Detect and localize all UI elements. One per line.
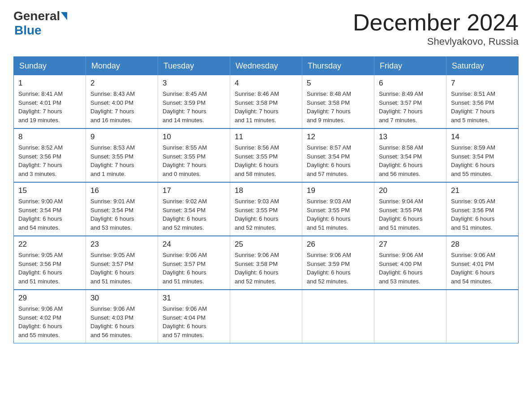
- calendar-cell: 11Sunrise: 8:56 AMSunset: 3:55 PMDayligh…: [230, 128, 302, 182]
- day-info: Sunrise: 9:03 AMSunset: 3:55 PMDaylight:…: [307, 197, 369, 232]
- calendar-cell: 14Sunrise: 8:59 AMSunset: 3:54 PMDayligh…: [446, 128, 519, 182]
- day-number: 26: [307, 240, 369, 249]
- day-info: Sunrise: 9:06 AMSunset: 3:57 PMDaylight:…: [163, 251, 225, 286]
- logo-blue-text: Blue: [14, 23, 42, 38]
- day-number: 15: [18, 186, 81, 195]
- day-info: Sunrise: 8:43 AMSunset: 4:00 PMDaylight:…: [90, 90, 153, 124]
- day-number: 2: [90, 79, 153, 88]
- calendar-cell: 8Sunrise: 8:52 AMSunset: 3:56 PMDaylight…: [14, 128, 86, 182]
- day-number: 31: [163, 294, 225, 303]
- day-number: 9: [90, 133, 153, 141]
- day-info: Sunrise: 8:46 AMSunset: 3:58 PMDaylight:…: [235, 90, 297, 124]
- day-number: 5: [307, 79, 369, 88]
- month-title: December 2024: [353, 9, 519, 36]
- day-number: 7: [451, 79, 514, 88]
- day-info: Sunrise: 8:57 AMSunset: 3:54 PMDaylight:…: [307, 143, 369, 178]
- day-number: 18: [235, 186, 297, 195]
- calendar-cell: 6Sunrise: 8:49 AMSunset: 3:57 PMDaylight…: [374, 75, 446, 128]
- day-number: 14: [451, 133, 514, 141]
- title-section: December 2024 Shevlyakovo, Russia: [353, 9, 519, 47]
- calendar-cell: 15Sunrise: 9:00 AMSunset: 3:54 PMDayligh…: [14, 182, 86, 236]
- day-info: Sunrise: 9:06 AMSunset: 4:03 PMDaylight:…: [90, 304, 153, 339]
- calendar-cell: 9Sunrise: 8:53 AMSunset: 3:55 PMDaylight…: [86, 128, 158, 182]
- day-info: Sunrise: 8:45 AMSunset: 3:59 PMDaylight:…: [163, 90, 225, 124]
- weekday-header-saturday: Saturday: [446, 57, 519, 76]
- day-number: 12: [307, 133, 369, 141]
- day-info: Sunrise: 9:06 AMSunset: 4:00 PMDaylight:…: [379, 251, 442, 286]
- logo-general-text: General: [13, 9, 60, 23]
- weekday-header-tuesday: Tuesday: [158, 57, 230, 76]
- day-info: Sunrise: 8:58 AMSunset: 3:54 PMDaylight:…: [379, 143, 442, 178]
- calendar-cell: 22Sunrise: 9:05 AMSunset: 3:56 PMDayligh…: [14, 236, 86, 290]
- calendar-cell: [302, 290, 374, 343]
- location-subtitle: Shevlyakovo, Russia: [353, 36, 519, 47]
- calendar-week-1: 1Sunrise: 8:41 AMSunset: 4:01 PMDaylight…: [14, 75, 519, 128]
- calendar-cell: 23Sunrise: 9:05 AMSunset: 3:57 PMDayligh…: [86, 236, 158, 290]
- calendar-week-4: 22Sunrise: 9:05 AMSunset: 3:56 PMDayligh…: [14, 236, 519, 290]
- calendar-week-2: 8Sunrise: 8:52 AMSunset: 3:56 PMDaylight…: [14, 128, 519, 182]
- day-number: 16: [90, 186, 153, 195]
- calendar-cell: [374, 290, 446, 343]
- calendar-cell: 5Sunrise: 8:48 AMSunset: 3:58 PMDaylight…: [302, 75, 374, 128]
- day-info: Sunrise: 8:59 AMSunset: 3:54 PMDaylight:…: [451, 143, 514, 178]
- calendar-cell: 26Sunrise: 9:06 AMSunset: 3:59 PMDayligh…: [302, 236, 374, 290]
- page-header: General Blue December 2024 Shevlyakovo, …: [13, 9, 519, 47]
- calendar-cell: 31Sunrise: 9:06 AMSunset: 4:04 PMDayligh…: [158, 290, 230, 343]
- calendar-week-3: 15Sunrise: 9:00 AMSunset: 3:54 PMDayligh…: [14, 182, 519, 236]
- calendar-cell: [230, 290, 302, 343]
- logo-arrow-icon: [61, 12, 67, 20]
- day-info: Sunrise: 8:53 AMSunset: 3:55 PMDaylight:…: [90, 143, 153, 178]
- day-number: 29: [18, 294, 81, 303]
- logo: General Blue: [13, 9, 68, 38]
- day-info: Sunrise: 9:01 AMSunset: 3:54 PMDaylight:…: [90, 197, 153, 232]
- calendar-cell: 1Sunrise: 8:41 AMSunset: 4:01 PMDaylight…: [14, 75, 86, 128]
- day-number: 19: [307, 186, 369, 195]
- calendar-cell: 17Sunrise: 9:02 AMSunset: 3:54 PMDayligh…: [158, 182, 230, 236]
- day-number: 24: [163, 240, 225, 249]
- calendar-cell: 25Sunrise: 9:06 AMSunset: 3:58 PMDayligh…: [230, 236, 302, 290]
- calendar-cell: 7Sunrise: 8:51 AMSunset: 3:56 PMDaylight…: [446, 75, 519, 128]
- day-info: Sunrise: 9:00 AMSunset: 3:54 PMDaylight:…: [18, 197, 81, 232]
- day-number: 25: [235, 240, 297, 249]
- day-info: Sunrise: 8:48 AMSunset: 3:58 PMDaylight:…: [307, 90, 369, 124]
- weekday-header-monday: Monday: [86, 57, 158, 76]
- day-info: Sunrise: 9:05 AMSunset: 3:56 PMDaylight:…: [451, 197, 514, 232]
- day-number: 10: [163, 133, 225, 141]
- day-info: Sunrise: 9:06 AMSunset: 3:59 PMDaylight:…: [307, 251, 369, 286]
- weekday-header-sunday: Sunday: [14, 57, 86, 76]
- calendar-week-5: 29Sunrise: 9:06 AMSunset: 4:02 PMDayligh…: [14, 290, 519, 343]
- day-number: 28: [451, 240, 514, 249]
- calendar-cell: 12Sunrise: 8:57 AMSunset: 3:54 PMDayligh…: [302, 128, 374, 182]
- day-number: 21: [451, 186, 514, 195]
- calendar-cell: 18Sunrise: 9:03 AMSunset: 3:55 PMDayligh…: [230, 182, 302, 236]
- day-number: 11: [235, 133, 297, 141]
- day-info: Sunrise: 9:06 AMSunset: 4:04 PMDaylight:…: [163, 304, 225, 339]
- day-number: 27: [379, 240, 442, 249]
- day-number: 4: [235, 79, 297, 88]
- day-info: Sunrise: 8:55 AMSunset: 3:55 PMDaylight:…: [163, 143, 225, 178]
- calendar-cell: 19Sunrise: 9:03 AMSunset: 3:55 PMDayligh…: [302, 182, 374, 236]
- day-info: Sunrise: 9:06 AMSunset: 4:01 PMDaylight:…: [451, 251, 514, 286]
- calendar-body: 1Sunrise: 8:41 AMSunset: 4:01 PMDaylight…: [14, 75, 519, 343]
- day-number: 3: [163, 79, 225, 88]
- calendar-cell: 28Sunrise: 9:06 AMSunset: 4:01 PMDayligh…: [446, 236, 519, 290]
- calendar-cell: 13Sunrise: 8:58 AMSunset: 3:54 PMDayligh…: [374, 128, 446, 182]
- day-info: Sunrise: 8:51 AMSunset: 3:56 PMDaylight:…: [451, 90, 514, 124]
- calendar-cell: 10Sunrise: 8:55 AMSunset: 3:55 PMDayligh…: [158, 128, 230, 182]
- calendar-table: SundayMondayTuesdayWednesdayThursdayFrid…: [13, 56, 519, 343]
- day-number: 6: [379, 79, 442, 88]
- day-number: 8: [18, 133, 81, 141]
- weekday-header-friday: Friday: [374, 57, 446, 76]
- weekday-header-wednesday: Wednesday: [230, 57, 302, 76]
- calendar-cell: 24Sunrise: 9:06 AMSunset: 3:57 PMDayligh…: [158, 236, 230, 290]
- day-number: 30: [90, 294, 153, 303]
- calendar-cell: 21Sunrise: 9:05 AMSunset: 3:56 PMDayligh…: [446, 182, 519, 236]
- day-number: 1: [18, 79, 81, 88]
- day-info: Sunrise: 8:49 AMSunset: 3:57 PMDaylight:…: [379, 90, 442, 124]
- calendar-header: SundayMondayTuesdayWednesdayThursdayFrid…: [14, 57, 519, 76]
- calendar-cell: [446, 290, 519, 343]
- calendar-cell: 29Sunrise: 9:06 AMSunset: 4:02 PMDayligh…: [14, 290, 86, 343]
- day-number: 13: [379, 133, 442, 141]
- day-number: 22: [18, 240, 81, 249]
- calendar-cell: 20Sunrise: 9:04 AMSunset: 3:55 PMDayligh…: [374, 182, 446, 236]
